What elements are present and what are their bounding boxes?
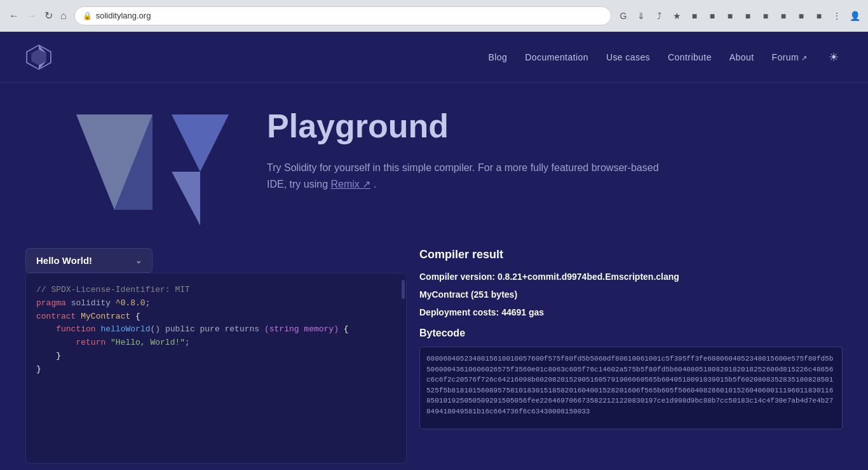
download-icon[interactable]: ⇓ [634, 9, 648, 23]
browser-chrome: ← → ↻ ⌂ 🔒 soliditylang.org G ⇓ ⤴ ★ ■ ■ ■… [0, 0, 868, 32]
lock-icon: 🔒 [83, 11, 92, 20]
main-content: Playground Try Solidity for yourself in … [0, 83, 868, 470]
bytecode-label: Bytecode [419, 328, 843, 339]
ext-icon-3[interactable]: ■ [723, 9, 737, 23]
compiler-deployment: Deployment costs: 44691 gas [419, 307, 843, 317]
hero-shapes [25, 108, 229, 223]
forward-button[interactable]: → [24, 9, 39, 23]
nav-documentation[interactable]: Documentation [525, 52, 588, 62]
playground-area: Hello World! ⌄ // SPDX-License-Identifie… [25, 248, 843, 464]
home-button[interactable]: ⌂ [58, 9, 69, 23]
code-line-close2: } [36, 363, 396, 377]
code-line-function: function helloWorld() public pure return… [36, 323, 396, 336]
google-icon[interactable]: G [616, 9, 630, 23]
bookmark-icon[interactable]: ★ [670, 9, 684, 23]
page-title: Playground [267, 108, 674, 144]
compiler-result-title: Compiler result [419, 248, 843, 261]
ext-icon-4[interactable]: ■ [741, 9, 755, 23]
hero-desc-text: Try Solidity for yourself in this simple… [267, 162, 659, 190]
hero-section: Playground Try Solidity for yourself in … [25, 83, 843, 223]
compiler-result: Compiler result Compiler version: 0.8.21… [419, 248, 843, 464]
hero-description: Try Solidity for yourself in this simple… [267, 160, 661, 192]
hero-desc-end: . [374, 179, 376, 190]
back-button[interactable]: ← [6, 9, 22, 23]
browser-actions: G ⇓ ⤴ ★ ■ ■ ■ ■ ■ ■ ■ ■ ⋮ 👤 [616, 9, 862, 23]
svg-marker-6 [172, 114, 229, 172]
profile-icon[interactable]: 👤 [848, 9, 862, 23]
hero-decorative-svg [25, 108, 229, 226]
ext-icon-7[interactable]: ■ [794, 9, 808, 23]
example-dropdown[interactable]: Hello World! ⌄ [25, 248, 153, 273]
ext-icon-1[interactable]: ■ [688, 9, 702, 23]
ext-icon-6[interactable]: ■ [776, 9, 790, 23]
solidity-logo-icon [25, 44, 52, 71]
browser-nav-buttons: ← → ↻ ⌂ [6, 8, 69, 23]
hero-text: Playground Try Solidity for yourself in … [267, 108, 674, 192]
url-text: soliditylang.org [96, 11, 603, 20]
code-line-comment: // SPDX-License-Identifier: MIT [36, 284, 396, 297]
ext-icon-2[interactable]: ■ [705, 9, 719, 23]
logo[interactable] [25, 44, 52, 71]
share-icon[interactable]: ⤴ [652, 9, 666, 23]
address-bar[interactable]: 🔒 soliditylang.org [74, 6, 611, 25]
svg-marker-8 [200, 172, 229, 226]
code-line-return: return "Hello, World!"; [36, 336, 396, 350]
chevron-down-icon: ⌄ [135, 256, 142, 265]
compiler-contract: MyContract (251 bytes) [419, 289, 843, 300]
site-nav: Blog Documentation Use cases Contribute … [489, 48, 843, 66]
code-line-close1: } [36, 350, 396, 363]
remix-link[interactable]: Remix ↗ [330, 179, 370, 190]
reload-button[interactable]: ↻ [42, 8, 55, 23]
menu-button[interactable]: ⋮ [830, 9, 844, 23]
compiler-version: Compiler version: 0.8.21+commit.d9974bed… [419, 272, 843, 282]
code-line-contract: contract MyContract { [36, 310, 396, 324]
editor-scrollbar[interactable] [402, 280, 405, 299]
nav-blog[interactable]: Blog [489, 52, 508, 62]
site-header: Blog Documentation Use cases Contribute … [0, 32, 868, 83]
nav-about[interactable]: About [729, 52, 754, 62]
theme-toggle-button[interactable]: ☀ [825, 48, 843, 66]
nav-forum[interactable]: Forum [772, 52, 807, 62]
ext-icon-8[interactable]: ■ [812, 9, 826, 23]
nav-use-cases[interactable]: Use cases [606, 52, 650, 62]
dropdown-label: Hello World! [36, 255, 92, 266]
ext-icon-5[interactable]: ■ [759, 9, 773, 23]
code-editor[interactable]: // SPDX-License-Identifier: MIT pragma s… [25, 273, 407, 464]
code-editor-wrapper: Hello World! ⌄ // SPDX-License-Identifie… [25, 248, 407, 464]
code-line-pragma: pragma solidity ^0.8.0; [36, 297, 396, 310]
nav-contribute[interactable]: Contribute [668, 52, 712, 62]
bytecode-box[interactable]: 6080604052348015610010057600f575f80fd5b5… [419, 347, 843, 429]
